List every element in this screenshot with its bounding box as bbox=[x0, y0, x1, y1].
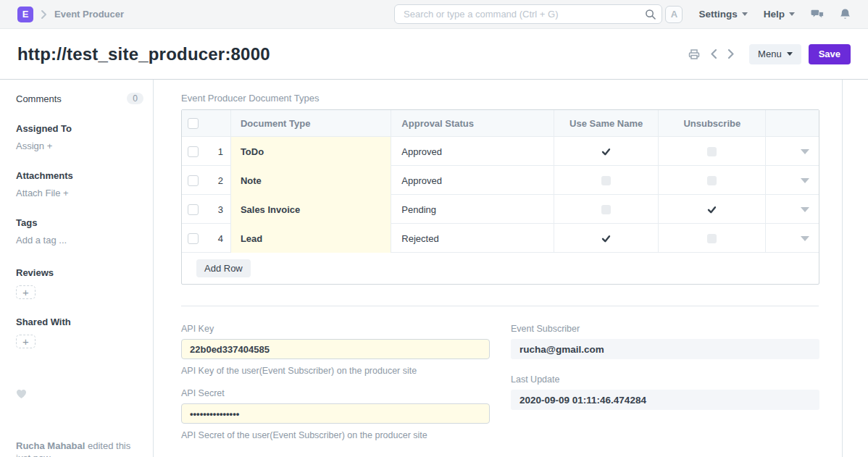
api-key-label: API Key bbox=[181, 324, 490, 334]
row-dropdown-toggle[interactable] bbox=[766, 166, 819, 195]
tags-heading: Tags bbox=[16, 217, 143, 228]
column-header-document-type[interactable]: Document Type bbox=[231, 110, 391, 137]
table-row[interactable]: 3Sales InvoicePending bbox=[182, 195, 819, 224]
column-header-approval-status[interactable]: Approval Status bbox=[391, 110, 554, 137]
editor-name: Rucha Mahabal bbox=[16, 440, 85, 451]
search-icon[interactable] bbox=[645, 9, 656, 22]
last-update-value: 2020-09-09 01:11:46.474284 bbox=[511, 390, 819, 410]
cell-document-type[interactable]: Lead bbox=[231, 224, 391, 253]
cell-document-type[interactable]: Note bbox=[231, 166, 391, 195]
table-row[interactable]: 4LeadRejected bbox=[182, 224, 819, 253]
cell-unsubscribe[interactable] bbox=[659, 137, 766, 166]
next-record-icon[interactable] bbox=[726, 47, 736, 61]
user-avatar[interactable]: A bbox=[665, 6, 683, 23]
api-secret-input[interactable] bbox=[181, 403, 490, 424]
unchecked-indicator bbox=[707, 147, 717, 156]
chevron-down-icon bbox=[801, 149, 809, 154]
cell-use-same-name[interactable] bbox=[554, 195, 659, 224]
notifications-bell-icon[interactable] bbox=[840, 8, 851, 20]
check-icon bbox=[601, 147, 611, 156]
last-edited-info: Rucha Mahabal edited this just now bbox=[16, 440, 133, 457]
unchecked-indicator bbox=[707, 176, 717, 185]
row-index[interactable]: 2 bbox=[218, 175, 223, 186]
api-section: API Key API Key of the user(Event Subscr… bbox=[181, 306, 819, 440]
row-dropdown-toggle[interactable] bbox=[766, 224, 819, 253]
add-tag-input[interactable]: Add a tag ... bbox=[16, 235, 143, 246]
cell-approval-status[interactable]: Pending bbox=[391, 195, 554, 224]
prev-record-icon[interactable] bbox=[709, 47, 719, 61]
row-checkbox[interactable] bbox=[188, 146, 199, 157]
row-checkbox[interactable] bbox=[188, 233, 199, 244]
row-index[interactable]: 4 bbox=[218, 233, 223, 244]
like-heart-icon[interactable] bbox=[16, 389, 143, 401]
comments-count-badge[interactable]: 0 bbox=[127, 93, 143, 104]
cell-unsubscribe[interactable] bbox=[659, 224, 766, 253]
print-icon[interactable] bbox=[687, 47, 701, 62]
row-select-cell: 2 bbox=[182, 166, 231, 195]
cell-unsubscribe[interactable] bbox=[659, 195, 766, 224]
menu-button[interactable]: Menu bbox=[749, 44, 801, 64]
event-subscriber-label: Event Subscriber bbox=[511, 324, 819, 334]
cell-use-same-name[interactable] bbox=[554, 166, 659, 195]
edited-text: edited this bbox=[88, 440, 130, 451]
cell-approval-status[interactable]: Approved bbox=[391, 137, 554, 166]
row-checkbox[interactable] bbox=[188, 204, 199, 215]
column-header-unsubscribe[interactable]: Unsubscribe bbox=[659, 110, 766, 137]
breadcrumb[interactable]: Event Producer bbox=[54, 9, 124, 20]
assign-button[interactable]: Assign + bbox=[16, 141, 143, 151]
save-button[interactable]: Save bbox=[809, 44, 851, 64]
chevron-down-icon bbox=[801, 178, 809, 183]
table-row[interactable]: 1ToDoApproved bbox=[182, 137, 819, 166]
add-review-button[interactable]: + bbox=[16, 285, 36, 299]
check-icon bbox=[707, 205, 717, 214]
row-select-cell: 3 bbox=[182, 195, 231, 224]
search-input[interactable] bbox=[394, 4, 662, 24]
cell-approval-status[interactable]: Approved bbox=[391, 166, 554, 195]
help-label: Help bbox=[764, 9, 785, 20]
chat-icon[interactable] bbox=[811, 9, 824, 20]
grid-footer: Add Row bbox=[182, 253, 819, 284]
api-key-input[interactable] bbox=[181, 339, 490, 359]
add-row-button[interactable]: Add Row bbox=[196, 259, 251, 277]
row-index[interactable]: 1 bbox=[218, 146, 223, 157]
last-update-label: Last Update bbox=[511, 374, 819, 385]
row-dropdown-toggle[interactable] bbox=[766, 137, 819, 166]
document-types-section: Event Producer Document Types Document T… bbox=[181, 80, 819, 306]
grid-label: Event Producer Document Types bbox=[181, 93, 819, 104]
global-search bbox=[394, 4, 662, 24]
cell-unsubscribe[interactable] bbox=[659, 166, 766, 195]
cell-document-type[interactable]: ToDo bbox=[231, 137, 391, 166]
attachments-heading: Attachments bbox=[16, 170, 143, 181]
row-dropdown-toggle[interactable] bbox=[766, 195, 819, 224]
column-header-use-same-name[interactable]: Use Same Name bbox=[554, 110, 659, 137]
help-menu[interactable]: Help bbox=[764, 9, 795, 20]
event-producer-page: E Event Producer A Settings Help bbox=[0, 0, 868, 457]
chevron-down-icon bbox=[742, 12, 748, 16]
sidebar-comments-link[interactable]: Comments bbox=[16, 93, 62, 104]
settings-menu[interactable]: Settings bbox=[698, 9, 747, 20]
api-key-help: API Key of the user(Event Subscriber) on… bbox=[181, 366, 490, 376]
cell-document-type[interactable]: Sales Invoice bbox=[231, 195, 391, 224]
app-logo[interactable]: E bbox=[17, 7, 33, 22]
cell-use-same-name[interactable] bbox=[554, 137, 659, 166]
row-select-cell: 4 bbox=[182, 224, 231, 253]
api-secret-field: API Secret API Secret of the user(Event … bbox=[181, 388, 490, 440]
attach-file-button[interactable]: Attach File + bbox=[16, 188, 143, 198]
cell-approval-status[interactable]: Rejected bbox=[391, 224, 554, 253]
add-share-button[interactable]: + bbox=[16, 335, 36, 348]
select-all-checkbox[interactable] bbox=[188, 118, 199, 129]
chevron-down-icon bbox=[787, 52, 793, 56]
page-title: http://test_site_producer:8000 bbox=[17, 44, 270, 64]
api-key-field: API Key API Key of the user(Event Subscr… bbox=[181, 324, 490, 376]
navbar: E Event Producer A Settings Help bbox=[0, 0, 868, 29]
last-update-field: Last Update 2020-09-09 01:11:46.474284 bbox=[511, 374, 819, 410]
row-checkbox[interactable] bbox=[188, 175, 199, 186]
table-row[interactable]: 2NoteApproved bbox=[182, 166, 819, 195]
row-index[interactable]: 3 bbox=[218, 204, 223, 215]
form-sidebar: Comments 0 Assigned To Assign + Attachme… bbox=[0, 80, 154, 457]
api-secret-help: API Secret of the user(Event Subscriber)… bbox=[181, 430, 490, 440]
cell-use-same-name[interactable] bbox=[554, 224, 659, 253]
api-secret-label: API Secret bbox=[181, 388, 490, 398]
grid-header-row: Document Type Approval Status Use Same N… bbox=[182, 110, 819, 137]
edited-time: just now bbox=[16, 453, 51, 457]
